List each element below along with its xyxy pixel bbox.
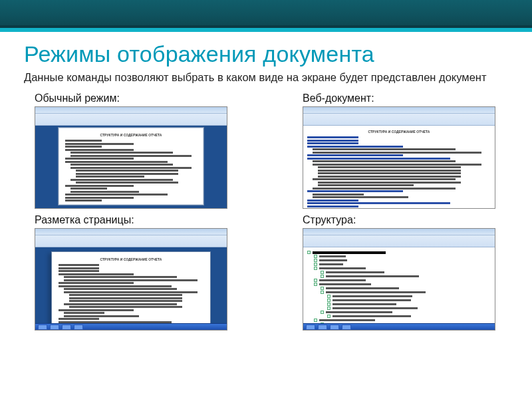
thumb-normal: СТРУКТУРА И СОДЕРЖАНИЕ ОТЧЕТА [35, 106, 227, 209]
doc-page: СТРУКТУРА И СОДЕРЖАНИЕ ОТЧЕТА [58, 127, 204, 205]
cell-web: Веб-документ: СТРУКТУРА И СОДЕРЖАНИЕ ОТЧ… [303, 91, 511, 209]
doc-page [303, 247, 495, 330]
label-layout: Разметка страницы: [35, 214, 243, 226]
doc-heading: СТРУКТУРА И СОДЕРЖАНИЕ ОТЧЕТА [59, 257, 203, 262]
presentation-top-band [0, 0, 532, 28]
thumb-outline [303, 228, 495, 331]
mode-grid: Обычный режим: СТРУКТУРА И СОДЕРЖАНИЕ ОТ… [15, 91, 517, 331]
label-web: Веб-документ: [303, 92, 511, 104]
word-ribbon-icon [35, 229, 227, 247]
cell-normal: Обычный режим: СТРУКТУРА И СОДЕРЖАНИЕ ОТ… [35, 91, 243, 209]
word-ribbon-icon [303, 229, 495, 247]
slide-subtitle: Данные команды позволяют выбрать в каком… [24, 70, 517, 84]
label-outline: Структура: [303, 214, 511, 226]
windows-taskbar-icon [303, 323, 495, 330]
thumb-layout: СТРУКТУРА И СОДЕРЖАНИЕ ОТЧЕТА [35, 228, 227, 331]
doc-heading: СТРУКТУРА И СОДЕРЖАНИЕ ОТЧЕТА [307, 130, 491, 134]
doc-page: СТРУКТУРА И СОДЕРЖАНИЕ ОТЧЕТА [303, 126, 495, 208]
thumb-web: СТРУКТУРА И СОДЕРЖАНИЕ ОТЧЕТА [303, 106, 495, 209]
doc-heading [313, 251, 386, 254]
word-ribbon-icon [35, 107, 227, 126]
label-normal: Обычный режим: [35, 92, 243, 104]
slide-title: Режимы отображения документа [24, 41, 517, 67]
cell-outline: Структура: [303, 213, 511, 331]
windows-taskbar-icon [35, 323, 227, 330]
word-ribbon-icon [303, 107, 495, 126]
cell-layout: Разметка страницы: СТРУКТУРА И СОДЕРЖАНИ… [35, 213, 243, 331]
slide-body: Режимы отображения документа Данные кома… [0, 28, 532, 331]
doc-page: СТРУКТУРА И СОДЕРЖАНИЕ ОТЧЕТА [51, 251, 211, 330]
doc-heading: СТРУКТУРА И СОДЕРЖАНИЕ ОТЧЕТА [65, 133, 197, 138]
